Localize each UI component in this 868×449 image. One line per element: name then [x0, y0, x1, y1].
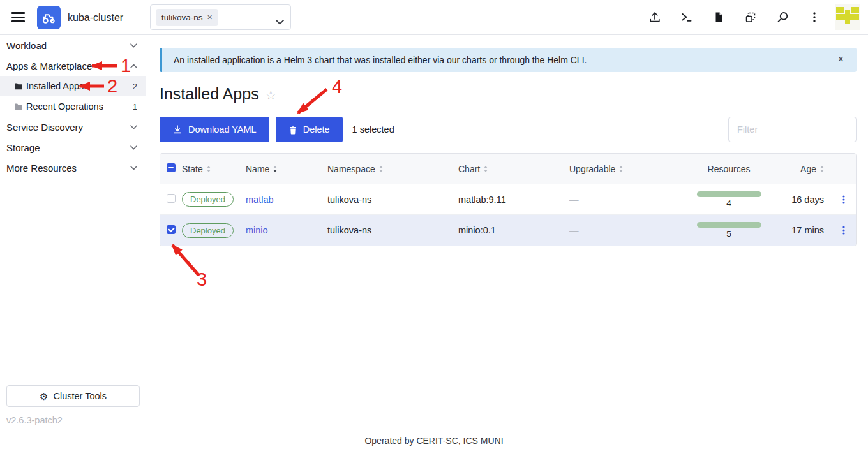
age-cell: 16 days [786, 195, 831, 205]
table-header-row: State Name Namespace Chart Upgradable Re… [160, 154, 856, 184]
sidebar-item-label: Installed Apps [26, 81, 84, 91]
chart-cell: minio:0.1 [458, 225, 569, 235]
page-title: Installed Apps [160, 85, 259, 103]
selected-count: 1 selected [352, 124, 394, 135]
sidebar-group-service-discovery[interactable]: Service Discovery [0, 117, 146, 137]
cluster-tools-button[interactable]: ⚙ Cluster Tools [6, 385, 140, 407]
sidebar-group-label: Apps & Marketplace [6, 61, 92, 71]
column-header-state[interactable]: State [182, 164, 246, 174]
chart-cell: matlab:9.11 [458, 195, 569, 205]
sidebar: Workload Apps & Marketplace Installed Ap… [0, 35, 146, 449]
select-all-checkbox[interactable] [167, 163, 176, 172]
column-header-chart[interactable]: Chart [458, 164, 569, 174]
sidebar-group-label: Workload [6, 40, 47, 51]
table-row: Deployed matlab tulikova-ns matlab:9.11 … [160, 184, 856, 215]
top-bar: kuba-cluster tulikova-ns × [0, 0, 868, 35]
namespace-chip-label: tulikova-ns [161, 13, 203, 22]
download-yaml-button[interactable]: Download YAML [160, 117, 269, 142]
table-row: Deployed minio tulikova-ns minio:0.1 — 5… [160, 215, 856, 246]
toolbar: Download YAML Delete 1 selected [160, 117, 857, 142]
filter-input[interactable] [728, 117, 857, 142]
sidebar-group-apps-marketplace[interactable]: Apps & Marketplace [0, 55, 146, 76]
sidebar-group-storage[interactable]: Storage [0, 137, 146, 158]
sort-icon [820, 166, 824, 172]
favorite-star-icon[interactable]: ☆ [266, 88, 276, 103]
delete-button[interactable]: Delete [276, 117, 343, 142]
close-icon[interactable]: × [838, 54, 844, 65]
resources-bar [697, 222, 761, 228]
namespace-chip: tulikova-ns × [156, 9, 218, 26]
app-logo[interactable] [37, 6, 61, 29]
trash-icon [288, 125, 297, 135]
sidebar-item-recent-operations[interactable]: Recent Operations 1 [0, 96, 146, 117]
status-badge: Deployed [182, 192, 234, 207]
folder-icon [14, 82, 23, 90]
version-label: v2.6.3-patch2 [6, 415, 63, 425]
chevron-down-icon [130, 166, 137, 170]
sidebar-group-label: Service Discovery [6, 122, 83, 133]
chevron-down-icon [130, 43, 137, 48]
column-header-upgradable[interactable]: Upgradable [569, 164, 671, 174]
chevron-up-icon [130, 64, 137, 68]
sort-icon [207, 166, 211, 172]
kubectl-shell-icon[interactable] [680, 11, 693, 24]
app-name-link[interactable]: minio [246, 225, 268, 235]
resources-cell: 5 [671, 222, 786, 239]
remove-namespace-icon[interactable]: × [207, 13, 213, 22]
hamburger-menu-icon[interactable] [11, 12, 25, 22]
resources-count: 4 [726, 198, 731, 208]
sidebar-group-label: Storage [6, 142, 40, 153]
sort-icon [484, 166, 488, 172]
info-banner-text: An installed application is a Helm 3 cha… [174, 55, 587, 65]
copy-kubeconfig-icon[interactable] [744, 11, 757, 24]
sort-icon [619, 166, 623, 172]
folder-icon [14, 103, 23, 110]
column-header-namespace[interactable]: Namespace [327, 164, 458, 174]
cluster-name: kuba-cluster [68, 12, 123, 24]
user-avatar[interactable] [835, 4, 860, 30]
status-badge: Deployed [182, 223, 234, 238]
column-header-resources: Resources [671, 164, 786, 174]
column-header-age[interactable]: Age [786, 164, 831, 174]
upgradable-cell: — [569, 225, 671, 235]
download-yaml-label: Download YAML [188, 124, 257, 135]
upgradable-cell: — [569, 195, 671, 205]
column-header-name[interactable]: Name [246, 164, 327, 174]
namespace-filter-select[interactable]: tulikova-ns × [150, 4, 291, 30]
topbar-actions [648, 11, 821, 24]
row-checkbox[interactable] [167, 225, 176, 234]
chevron-down-icon [276, 16, 284, 27]
row-menu-icon[interactable] [831, 225, 856, 235]
row-menu-icon[interactable] [831, 195, 856, 205]
namespace-cell: tulikova-ns [327, 225, 458, 235]
main-content: An installed application is a Helm 3 cha… [147, 35, 868, 449]
info-banner: An installed application is a Helm 3 cha… [160, 48, 857, 72]
kubeconfig-file-icon[interactable] [712, 11, 725, 24]
cluster-tools-label: Cluster Tools [53, 391, 107, 401]
page-header: Installed Apps ☆ [160, 85, 276, 103]
tractor-icon [40, 9, 57, 26]
footer-text: Operated by CERIT-SC, ICS MUNI [0, 436, 868, 446]
resources-cell: 4 [671, 191, 786, 208]
resources-bar [697, 191, 761, 197]
sidebar-group-label: More Resources [6, 163, 77, 173]
delete-label: Delete [303, 124, 330, 135]
item-count-badge: 1 [133, 102, 137, 112]
app-name-link[interactable]: matlab [246, 195, 274, 205]
namespace-cell: tulikova-ns [327, 195, 458, 205]
sidebar-group-workload[interactable]: Workload [0, 35, 146, 55]
row-checkbox[interactable] [167, 194, 176, 203]
chevron-down-icon [130, 125, 137, 129]
item-count-badge: 2 [133, 82, 137, 91]
search-icon[interactable] [776, 11, 789, 24]
gear-icon: ⚙ [40, 392, 48, 401]
download-icon [172, 124, 183, 135]
installed-apps-table: State Name Namespace Chart Upgradable Re… [160, 153, 857, 246]
sidebar-item-installed-apps[interactable]: Installed Apps 2 [0, 76, 146, 96]
sidebar-group-more-resources[interactable]: More Resources [0, 158, 146, 178]
upload-icon[interactable] [648, 11, 661, 24]
kebab-menu-icon[interactable] [808, 11, 821, 24]
sort-icon [273, 166, 277, 172]
chevron-down-icon [130, 145, 137, 150]
sidebar-item-label: Recent Operations [26, 101, 103, 112]
